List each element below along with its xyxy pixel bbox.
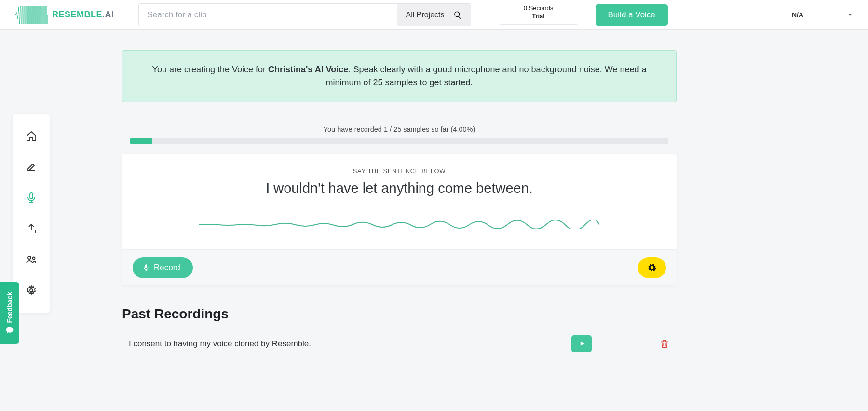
recording-row: I consent to having my voice cloned by R… [122, 335, 677, 352]
pencil-icon [26, 161, 37, 173]
trial-bar [500, 24, 577, 25]
search-input[interactable] [139, 4, 397, 26]
trash-icon [659, 339, 670, 349]
banner-voice-name: Christina's AI Voice [268, 65, 348, 74]
progress-label: You have recorded 1 / 25 samples so far … [122, 125, 677, 133]
search-icon [453, 11, 462, 19]
record-settings-button[interactable] [638, 257, 666, 278]
trial-status: 0 Seconds Trial [500, 4, 577, 25]
gear-icon [647, 263, 657, 273]
gear-icon [26, 285, 37, 296]
nav-home[interactable] [26, 130, 37, 142]
prompt-sub: SAY THE SENTENCE BELOW [141, 167, 657, 175]
header: RESEMBLE.AI All Projects 0 Seconds Trial… [0, 0, 868, 30]
record-label: Record [154, 263, 180, 273]
user-label: N/A [792, 11, 803, 19]
progress-bar [130, 138, 668, 144]
brand-text: RESEMBLE.AI [52, 10, 114, 20]
prompt-sentence: I wouldn't have let anything come betwee… [141, 180, 657, 196]
nav-users[interactable] [26, 254, 37, 265]
main-content: You are creating the Voice for Christina… [122, 30, 677, 352]
banner-prefix: You are creating the Voice for [152, 65, 269, 74]
chat-icon [5, 326, 14, 334]
instruction-banner: You are creating the Voice for Christina… [122, 50, 677, 102]
user-menu[interactable]: N/A [792, 11, 854, 19]
banner-suffix: . Speak clearly with a good microphone a… [326, 65, 646, 87]
play-button[interactable] [571, 335, 592, 352]
nav-upload[interactable] [26, 223, 37, 234]
svg-rect-0 [30, 193, 33, 199]
build-voice-button[interactable]: Build a Voice [596, 4, 668, 26]
record-card: SAY THE SENTENCE BELOW I wouldn't have l… [122, 154, 677, 285]
past-recordings-heading: Past Recordings [122, 306, 677, 322]
trial-seconds: 0 Seconds [500, 4, 577, 13]
nav-settings[interactable] [26, 285, 37, 296]
record-button[interactable]: Record [133, 257, 193, 278]
svg-point-2 [33, 257, 35, 260]
users-icon [26, 254, 37, 265]
project-filter[interactable]: All Projects [397, 4, 471, 26]
trial-plan: Trial [500, 13, 577, 21]
svg-point-3 [30, 289, 33, 292]
waveform-placeholder [199, 220, 599, 229]
home-icon [26, 130, 37, 142]
waveform-icon [14, 6, 48, 24]
upload-icon [26, 223, 37, 234]
play-icon [579, 341, 585, 347]
filter-label: All Projects [406, 11, 445, 19]
progress-fill [130, 138, 152, 144]
mic-icon [26, 192, 37, 204]
caret-down-icon [847, 12, 854, 18]
search-bar: All Projects [138, 3, 471, 26]
feedback-tab[interactable]: Feedback [0, 282, 19, 344]
feedback-label: Feedback [6, 292, 14, 323]
delete-button[interactable] [659, 339, 670, 349]
mic-icon [142, 264, 150, 272]
recording-text: I consent to having my voice cloned by R… [129, 339, 571, 349]
nav-edit[interactable] [26, 161, 37, 173]
nav-record[interactable] [26, 192, 37, 204]
logo[interactable]: RESEMBLE.AI [14, 6, 114, 24]
svg-point-1 [28, 256, 31, 259]
